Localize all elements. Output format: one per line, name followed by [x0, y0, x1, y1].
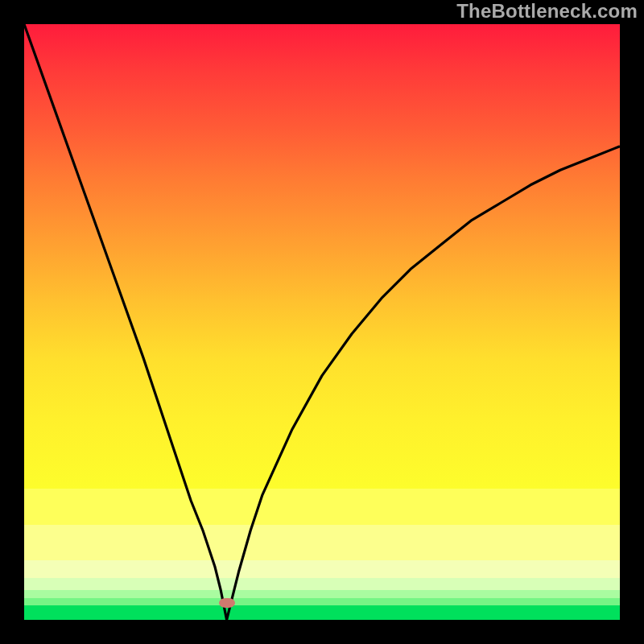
watermark-text: TheBottleneck.com — [456, 0, 638, 23]
chart-frame: TheBottleneck.com — [0, 0, 644, 644]
plot-area — [24, 24, 620, 620]
bottleneck-curve — [24, 24, 620, 620]
curve-path — [24, 24, 620, 620]
optimal-point-marker — [219, 598, 235, 608]
